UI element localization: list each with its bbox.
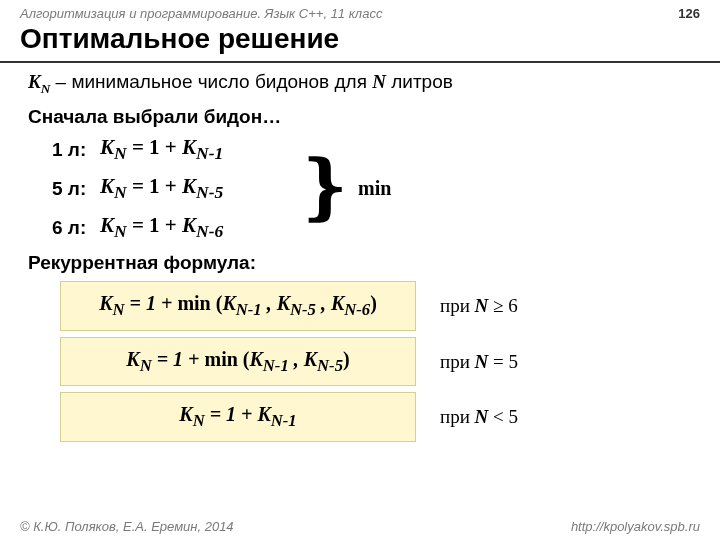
formula-box: KN = 1 + min (KN-1 , KN-5 , KN-6) [60,281,416,331]
def-sub: N [41,81,51,96]
title-bar: Оптимальное решение [0,23,720,63]
formula-condition: при N ≥ 6 [440,293,518,319]
case-label: 6 л: [52,215,100,241]
definition: KN – минимальное число бидонов для N лит… [28,69,692,98]
page-title: Оптимальное решение [20,23,700,55]
recurrent-label: Рекуррентная формула: [28,250,692,276]
footer: © К.Ю. Поляков, Е.А. Еремин, 2014 http:/… [0,519,720,534]
def-text2: литров [386,71,453,92]
case-expr: KN = 1 + KN-1 [100,133,300,166]
min-label: min [358,175,391,202]
url-label: http://kpolyakov.spb.ru [571,519,700,534]
copyright: © К.Ю. Поляков, Е.А. Еремин, 2014 [20,519,234,534]
formula-box: KN = 1 + KN-1 [60,392,416,442]
page-number: 126 [678,6,700,21]
formulas-block: KN = 1 + min (KN-1 , KN-5 , KN-6)при N ≥… [28,281,692,442]
formula-row: KN = 1 + KN-1при N < 5 [60,392,692,442]
def-text: минимальное число бидонов для [71,71,372,92]
formula-condition: при N < 5 [440,404,518,430]
def-n: N [372,71,386,92]
cases-block: 1 л:KN = 1 + KN-15 л:KN = 1 + KN-56 л:KN… [52,133,692,243]
case-expr: KN = 1 + KN-6 [100,211,300,244]
case-label: 5 л: [52,176,100,202]
lead-text: Сначала выбрали бидон… [28,104,692,130]
def-dash: – [50,71,71,92]
course-label: Алгоритмизация и программирование. Язык … [20,6,382,21]
formula-row: KN = 1 + min (KN-1 , KN-5 , KN-6)при N ≥… [60,281,692,331]
def-sym: K [28,71,41,92]
header-row: Алгоритмизация и программирование. Язык … [0,0,720,21]
case-label: 1 л: [52,137,100,163]
brace-icon: ❵ [294,151,354,223]
case-grid: 1 л:KN = 1 + KN-15 л:KN = 1 + KN-56 л:KN… [52,133,300,243]
formula-row: KN = 1 + min (KN-1 , KN-5)при N = 5 [60,337,692,387]
case-expr: KN = 1 + KN-5 [100,172,300,205]
formula-box: KN = 1 + min (KN-1 , KN-5) [60,337,416,387]
content: KN – минимальное число бидонов для N лит… [0,63,720,442]
formula-condition: при N = 5 [440,349,518,375]
